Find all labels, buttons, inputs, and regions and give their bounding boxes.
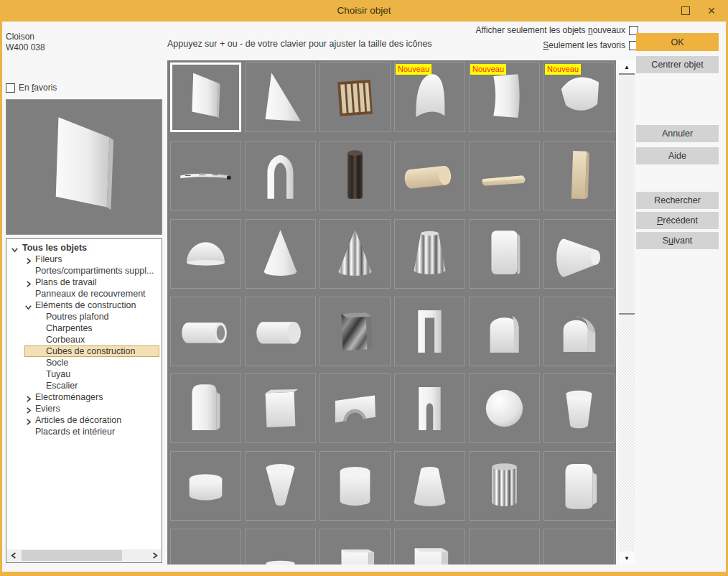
tall-box-icon [320, 529, 390, 565]
object-thumbnail-sphere[interactable] [469, 373, 540, 443]
help-button[interactable]: Aide [636, 147, 719, 164]
object-thumbnail-wood-plank[interactable] [543, 141, 615, 210]
object-thumbnail-half-log[interactable] [469, 141, 540, 210]
tree-item-socle[interactable]: Socle [6, 357, 162, 368]
arched-doorway-icon [395, 374, 465, 442]
filter-new-only-row: Afficher seulement les objets nouveaux [396, 25, 638, 35]
tree-item-electrom-nagers[interactable]: Electroménagers [6, 391, 162, 403]
object-thumbnail-arched-block-bevel[interactable] [543, 297, 615, 366]
search-button[interactable]: Rechercher [636, 192, 719, 209]
close-button[interactable]: × [701, 0, 722, 22]
tree-item-label: Fileurs [35, 254, 62, 264]
object-thumbnail-tall-box-2[interactable] [394, 529, 465, 565]
tree-scrollbar-thumb[interactable] [22, 550, 122, 561]
object-thumbnail-bridge[interactable] [319, 373, 391, 443]
object-thumbnail-inverted-frustum[interactable] [245, 451, 316, 521]
chevron-right-icon[interactable] [25, 279, 32, 290]
tree-item-corbeaux[interactable]: Corbeaux [6, 334, 162, 345]
tree-item-articles-de-d-coration[interactable]: Articles de décoration [6, 414, 162, 426]
object-thumbnail-slanted-panel[interactable] [170, 62, 241, 132]
object-thumbnail-dome[interactable] [170, 219, 241, 289]
bridge-icon [320, 374, 390, 442]
tree-item-el-ments-de-construction[interactable]: Eléments de construction [6, 299, 162, 311]
object-thumbnail-arched-doorway[interactable] [394, 373, 465, 443]
chevron-right-icon[interactable] [25, 405, 32, 417]
object-thumbnail-cone[interactable] [245, 219, 316, 289]
inverted-frustum-icon [246, 452, 315, 520]
arched-block-bevel-icon [544, 297, 614, 366]
object-thumbnail-chrome-cube[interactable] [319, 297, 391, 366]
object-thumbnail-side-cone[interactable] [543, 219, 615, 289]
object-thumbnail-cube[interactable] [245, 373, 316, 443]
wood-slat-screen-icon [320, 63, 390, 131]
object-thumbnail-chrome-cylinder[interactable] [469, 451, 540, 521]
tree-item-tuyau[interactable]: Tuyau [6, 368, 162, 380]
object-thumbnail-side-cylinder[interactable] [245, 297, 316, 366]
object-thumbnail-door-frame[interactable] [394, 297, 465, 366]
grid-scrollbar-thumb[interactable] [619, 73, 635, 315]
object-thumbnail-draped-panel[interactable]: Nouveau [543, 62, 615, 132]
door-frame-icon [395, 297, 465, 366]
object-thumbnail-wood-slat-screen[interactable] [319, 62, 391, 132]
object-thumbnail-log[interactable] [394, 141, 465, 210]
next-button[interactable]: Suivant [636, 232, 719, 249]
object-thumbnail-tall-box[interactable] [319, 529, 391, 565]
object-thumbnail-arched-panel[interactable]: Nouveau [394, 62, 465, 132]
log-icon [395, 141, 465, 210]
object-thumbnail-short-cylinder[interactable] [170, 451, 241, 521]
favorites-checkbox[interactable] [6, 83, 15, 93]
tree-item-cubes-de-construction[interactable]: Cubes de construction [6, 345, 162, 357]
object-thumbnail-open-tube[interactable] [170, 297, 241, 366]
object-thumbnail-chrome-cone[interactable] [319, 219, 391, 289]
object-thumbnail-bark-trunk[interactable] [319, 141, 391, 210]
chevron-right-icon[interactable] [25, 256, 32, 267]
scroll-left-button[interactable] [7, 549, 20, 562]
tree-item-tous-les-objets[interactable]: Tous les objets [6, 242, 162, 254]
object-thumbnail-triangle-panel[interactable] [245, 62, 316, 132]
low-box-icon [171, 529, 241, 565]
grid-scrollbar-track[interactable] [619, 315, 635, 552]
object-thumbnail-low-cylinder[interactable] [245, 529, 316, 565]
half-log-icon [470, 141, 539, 210]
tree-item-plans-de-travail[interactable]: Plans de travail [6, 277, 162, 288]
tree-horizontal-scrollbar[interactable] [7, 549, 161, 562]
flat-slab-icon [544, 529, 614, 565]
close-icon: × [708, 0, 716, 22]
previous-button[interactable]: Précédent [636, 212, 719, 229]
tree-item-escalier[interactable]: Escalier [6, 380, 162, 391]
object-thumbnail-cylinder[interactable] [319, 451, 391, 521]
triangle-down-icon: ▼ [624, 555, 630, 562]
object-thumbnail-arched-block[interactable] [469, 297, 540, 366]
object-thumbnail-frustum[interactable] [394, 451, 465, 521]
open-tube-icon [171, 297, 241, 366]
object-thumbnail-chrome-frustum[interactable] [394, 219, 465, 289]
grid-vertical-scrollbar[interactable]: ▲ ▼ [619, 60, 635, 565]
object-thumbnail-horizontal-pill[interactable] [469, 529, 540, 565]
tree-item-fileurs[interactable]: Fileurs [6, 254, 162, 265]
slanted-panel-icon [6, 100, 162, 234]
center-object-button[interactable]: Centrer objet [636, 56, 719, 73]
chevron-down-icon[interactable] [11, 244, 18, 256]
chevron-right-icon[interactable] [25, 417, 32, 428]
object-thumbnail-rounded-slab[interactable] [469, 219, 540, 289]
chevron-right-icon[interactable] [25, 394, 32, 405]
chevron-down-icon[interactable] [25, 302, 32, 313]
object-thumbnail-rounded-box[interactable] [543, 451, 615, 521]
object-thumbnail-curved-panel[interactable]: Nouveau [469, 62, 540, 132]
cancel-button[interactable]: Annuler [636, 125, 719, 142]
ok-button[interactable]: OK [636, 33, 719, 51]
scroll-down-button[interactable]: ▼ [619, 552, 635, 565]
chrome-cylinder-icon [470, 452, 539, 520]
tree-item-eviers[interactable]: Eviers [6, 403, 162, 414]
tree-item-charpentes[interactable]: Charpentes [6, 322, 162, 334]
object-thumbnail-tapered-cup[interactable] [543, 373, 615, 443]
scroll-right-button[interactable] [148, 549, 161, 562]
object-thumbnail-low-box[interactable] [170, 529, 241, 565]
low-cylinder-icon [246, 529, 315, 565]
object-thumbnail-rounded-top-slab[interactable] [170, 373, 241, 443]
object-thumbnail-flat-slab[interactable] [543, 529, 615, 565]
maximize-button[interactable] [675, 0, 696, 22]
object-thumbnail-branch[interactable] [170, 141, 241, 210]
scroll-up-button[interactable]: ▲ [619, 60, 635, 73]
object-thumbnail-arch[interactable] [245, 141, 316, 210]
